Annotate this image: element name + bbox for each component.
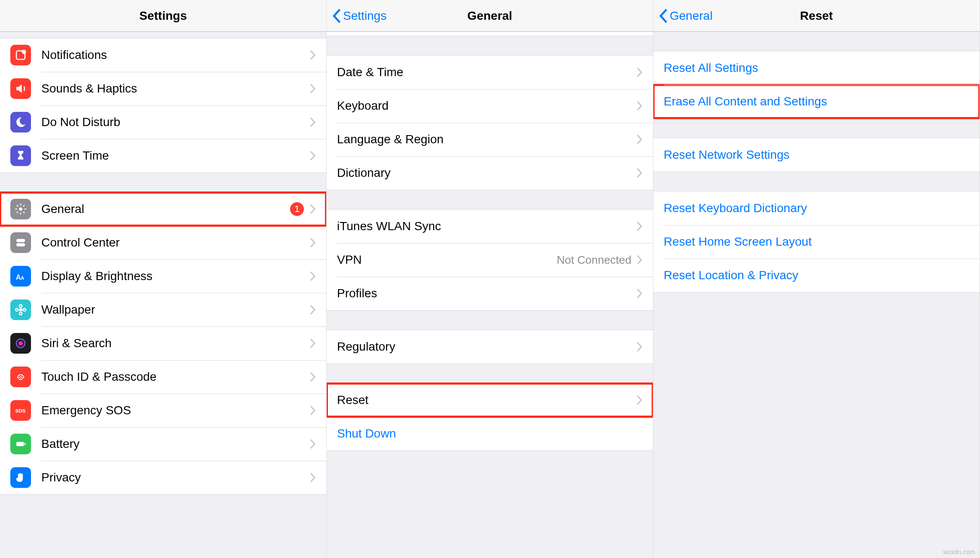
row-control-center[interactable]: Control Center: [0, 226, 326, 259]
row-language[interactable]: Language & Region: [327, 123, 653, 156]
chevron-right-icon: [637, 101, 643, 111]
page-title: General: [467, 9, 512, 23]
chevron-right-icon: [310, 271, 316, 281]
row-siri[interactable]: Siri & Search: [0, 327, 326, 360]
row-label: Control Center: [41, 236, 310, 250]
chevron-right-icon: [310, 237, 316, 248]
sounds-icon: [10, 78, 31, 99]
row-label: Do Not Disturb: [41, 115, 310, 129]
row-label: Siri & Search: [41, 336, 310, 350]
row-display[interactable]: AA Display & Brightness: [0, 259, 326, 293]
row-label: Reset All Settings: [664, 61, 969, 75]
row-label: Reset Location & Privacy: [664, 268, 969, 282]
row-reset-keyboard-dict[interactable]: Reset Keyboard Dictionary: [653, 191, 980, 225]
row-label: Erase All Content and Settings: [664, 95, 969, 108]
row-wallpaper[interactable]: Wallpaper: [0, 293, 326, 327]
navbar: Settings General: [327, 0, 653, 32]
row-reset-network[interactable]: Reset Network Settings: [653, 138, 980, 172]
hourglass-icon: [10, 145, 31, 166]
row-label: Reset: [337, 393, 637, 407]
battery-icon: [10, 434, 31, 454]
row-regulatory[interactable]: Regulatory: [327, 330, 653, 364]
reset-content[interactable]: Reset All Settings Erase All Content and…: [653, 32, 980, 558]
chevron-right-icon: [637, 255, 643, 265]
back-button[interactable]: General: [658, 0, 713, 31]
row-label: Sounds & Haptics: [41, 82, 310, 96]
svg-rect-16: [25, 443, 26, 445]
row-profiles[interactable]: Profiles: [327, 277, 653, 310]
svg-point-13: [19, 341, 23, 345]
row-screentime[interactable]: Screen Time: [0, 139, 326, 173]
chevron-right-icon: [310, 472, 316, 483]
svg-point-8: [19, 305, 22, 307]
chevron-right-icon: [310, 405, 316, 416]
row-notifications[interactable]: Notifications: [0, 38, 326, 72]
row-sos[interactable]: SOS Emergency SOS: [0, 394, 326, 427]
svg-point-2: [19, 207, 22, 211]
row-label: VPN: [337, 253, 557, 267]
navbar: General Reset: [653, 0, 980, 32]
row-reset-home[interactable]: Reset Home Screen Layout: [653, 225, 980, 259]
row-partial[interactable]: [327, 32, 653, 36]
row-label: Wallpaper: [41, 303, 310, 317]
general-content[interactable]: Date & Time Keyboard Language & Region D…: [327, 32, 653, 558]
reset-group-a: Reset All Settings Erase All Content and…: [653, 51, 980, 119]
back-label: General: [670, 9, 713, 23]
chevron-right-icon: [310, 338, 316, 348]
row-vpn[interactable]: VPN Not Connected: [327, 243, 653, 277]
svg-rect-15: [16, 442, 24, 446]
row-label: Notifications: [41, 48, 310, 62]
moon-icon: [10, 112, 31, 133]
row-itunes-sync[interactable]: iTunes WLAN Sync: [327, 210, 653, 243]
row-label: Keyboard: [337, 99, 637, 113]
reset-group-b: Reset Network Settings: [653, 138, 980, 172]
row-general[interactable]: General 1: [0, 192, 326, 226]
row-shutdown[interactable]: Shut Down: [327, 417, 653, 450]
row-label: Shut Down: [337, 427, 643, 441]
row-dictionary[interactable]: Dictionary: [327, 156, 653, 190]
row-reset[interactable]: Reset: [327, 383, 653, 417]
row-keyboard[interactable]: Keyboard: [327, 89, 653, 123]
chevron-right-icon: [310, 372, 316, 382]
chevron-right-icon: [637, 342, 643, 352]
general-panel: Settings General Date & Time Keyboard La…: [327, 0, 653, 558]
row-privacy[interactable]: Privacy: [0, 461, 326, 494]
settings-content[interactable]: Notifications Sounds & Haptics Do Not Di…: [0, 32, 326, 558]
row-label: Emergency SOS: [41, 404, 310, 417]
svg-text:A: A: [21, 275, 24, 281]
row-reset-location[interactable]: Reset Location & Privacy: [653, 259, 980, 292]
chevron-right-icon: [310, 305, 316, 315]
chevron-left-icon: [658, 8, 668, 24]
row-battery[interactable]: Battery: [0, 427, 326, 461]
svg-rect-4: [16, 243, 25, 247]
gear-icon: [10, 199, 31, 219]
row-date-time[interactable]: Date & Time: [327, 55, 653, 89]
chevron-right-icon: [310, 439, 316, 449]
row-label: Dictionary: [337, 166, 637, 180]
back-button[interactable]: Settings: [332, 0, 386, 31]
chevron-right-icon: [637, 67, 643, 77]
row-label: Date & Time: [337, 65, 637, 79]
chevron-right-icon: [637, 134, 643, 145]
back-label: Settings: [343, 9, 386, 23]
chevron-right-icon: [637, 395, 643, 405]
row-label: Screen Time: [41, 149, 310, 163]
row-erase-all[interactable]: Erase All Content and Settings: [653, 85, 980, 118]
page-title: Reset: [800, 9, 833, 23]
fingerprint-icon: [10, 367, 31, 387]
siri-icon: [10, 333, 31, 354]
row-label: Privacy: [41, 471, 310, 484]
settings-group-1: Notifications Sounds & Haptics Do Not Di…: [0, 38, 326, 173]
row-label: General: [41, 202, 290, 216]
row-touchid[interactable]: Touch ID & Passcode: [0, 360, 326, 394]
row-reset-all[interactable]: Reset All Settings: [653, 51, 980, 85]
general-group-c: Regulatory: [327, 330, 653, 364]
general-group-b: iTunes WLAN Sync VPN Not Connected Profi…: [327, 209, 653, 311]
row-sounds[interactable]: Sounds & Haptics: [0, 72, 326, 105]
navbar: Settings: [0, 0, 326, 32]
row-label: Language & Region: [337, 133, 637, 146]
general-group-d: Reset Shut Down: [327, 383, 653, 451]
chevron-right-icon: [637, 221, 643, 231]
watermark: wsxdn.com: [943, 549, 975, 555]
row-dnd[interactable]: Do Not Disturb: [0, 105, 326, 139]
